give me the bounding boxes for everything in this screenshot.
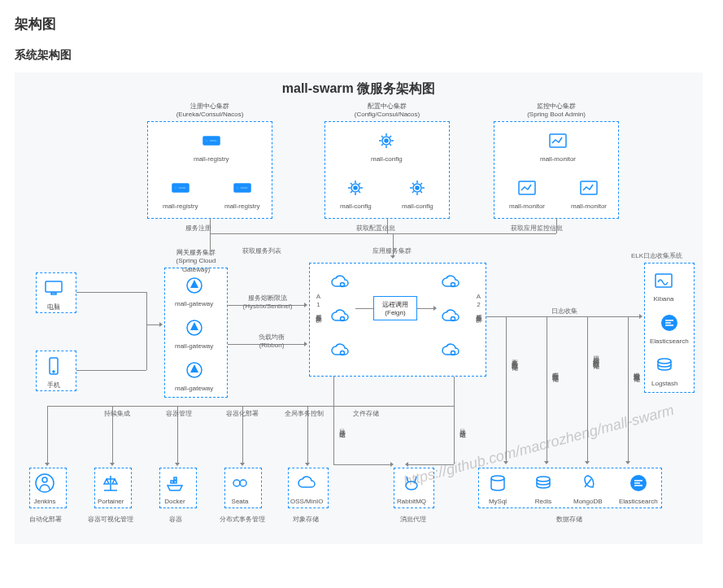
tool-jenkins: Jenkins — [29, 468, 67, 508]
diagram-title: mall-swarm 微服务架构图 — [15, 81, 703, 98]
vcol-0: 主要业务数据存储 — [509, 354, 518, 360]
gateway-cluster: 网关服务集群(Spring Cloud Gateway) mall-gatewa… — [164, 268, 228, 398]
page-heading: 架构图 — [15, 15, 708, 33]
client-mobile: 手机 — [36, 351, 76, 391]
tool-cap-3: 分布式事务管理 — [220, 515, 265, 524]
db-caption: 数据存储 — [556, 515, 582, 524]
gateway-icon — [182, 316, 207, 340]
architecture-diagram: mall-swarm 微服务架构图 注册中心集群(Eureka/Consul/N… — [15, 72, 703, 544]
edge-svc-register: 服务注册 — [185, 224, 211, 233]
registry-cluster: 注册中心集群(Eureka/Consul/Nacos) mall-registr… — [147, 121, 272, 219]
label-hystrix: 服务熔断限流(Hystrix/Sentinel) — [239, 294, 296, 310]
async-left: 异步通信 — [337, 424, 346, 427]
gear-icon — [343, 176, 368, 200]
chart-icon — [546, 128, 570, 153]
tool-portainer: Portainer — [94, 468, 132, 508]
vcol-3: 搜索数据存储 — [631, 367, 640, 372]
cloud-icon — [328, 304, 352, 329]
label-ribbon: 负载均衡(Ribbon) — [247, 333, 296, 349]
tool-cap-1: 容器可视化管理 — [88, 515, 133, 524]
pc-icon — [41, 276, 66, 300]
cloud-icon — [328, 270, 352, 294]
stack-icon — [652, 353, 677, 377]
tool-lbl-4: 文件存储 — [353, 409, 379, 418]
client-pc: 电脑 — [36, 272, 76, 313]
gateway-icon — [182, 273, 207, 298]
elk-cluster: Kibana Elasticsearch Logstash — [644, 263, 695, 393]
edge-log-collect: 日志收集 — [551, 307, 577, 316]
mobile-icon — [41, 354, 66, 378]
tool-lbl-1: 容器管理 — [166, 409, 192, 418]
tool-seata: Seata — [224, 468, 262, 508]
label-feign: 远程调用(Feign) — [373, 296, 417, 320]
chart-icon — [577, 176, 601, 200]
cloud-icon — [328, 338, 352, 363]
tool-lbl-0: 持续集成 — [104, 409, 130, 418]
cloud-icon — [294, 471, 319, 495]
edge-get-config: 获取配置信息 — [356, 224, 395, 233]
elk-title: ELK日志收集系统 — [631, 251, 682, 260]
tool-cap-4: 对象存储 — [293, 515, 319, 524]
gear-icon — [405, 176, 429, 200]
a2-label: A2服务集群 — [473, 293, 482, 312]
gateway-icon — [182, 358, 207, 382]
tool-lbl-2: 容器化部署 — [226, 409, 259, 418]
person-icon — [33, 471, 57, 495]
tool-cap-2: 容器 — [169, 515, 182, 524]
monitor-cluster: 监控中心集群(Spring Boot Admin) mall-monitor m… — [494, 121, 619, 219]
cloud-icon — [438, 270, 463, 294]
db-icon — [486, 471, 510, 495]
async-right: 异步通信 — [457, 424, 466, 427]
wave-icon — [651, 268, 676, 293]
server-icon — [168, 176, 193, 200]
server-icon — [230, 176, 255, 200]
tool-lbl-3: 全局事务控制 — [285, 409, 324, 418]
edge-get-svc-list: 获取服务列表 — [242, 246, 281, 255]
tool-cap-0: 自动化部署 — [29, 515, 62, 524]
vcol-1: 缓存数据存储 — [550, 367, 559, 372]
edge-get-monitor: 获取应用监控信息 — [511, 224, 563, 233]
config-cluster: 配置中心集群(Config/Consul/Nacos) mall-config … — [324, 121, 450, 219]
server-icon — [199, 128, 224, 153]
db-row: MySql Redis MongoDB Elasticsearch — [478, 468, 662, 508]
stack-icon — [531, 471, 555, 495]
tool-docker: Docker — [159, 468, 197, 508]
chart-icon — [515, 176, 539, 200]
cloud-icon — [438, 338, 463, 363]
cloud-icon — [438, 304, 463, 329]
elastic-icon — [657, 311, 682, 335]
a1-label: A1服务集群 — [313, 293, 322, 312]
ship-icon — [163, 471, 187, 495]
page-subheading: 系统架构图 — [15, 48, 708, 63]
mq-caption: 消息代理 — [400, 515, 426, 524]
elastic-icon — [626, 471, 651, 495]
link-icon — [228, 471, 252, 495]
tool-oss: OSS/MinIO — [288, 468, 329, 508]
gear-icon — [374, 128, 399, 153]
app-services-group: A1服务集群 远程调用(Feign) A2服务集群 — [309, 263, 486, 377]
scale-icon — [98, 471, 123, 495]
edge-app-cluster: 应用服务集群 — [372, 246, 412, 255]
vcol-2: 用户行为分析数据存储 — [590, 351, 599, 359]
leaf-icon — [576, 471, 600, 495]
